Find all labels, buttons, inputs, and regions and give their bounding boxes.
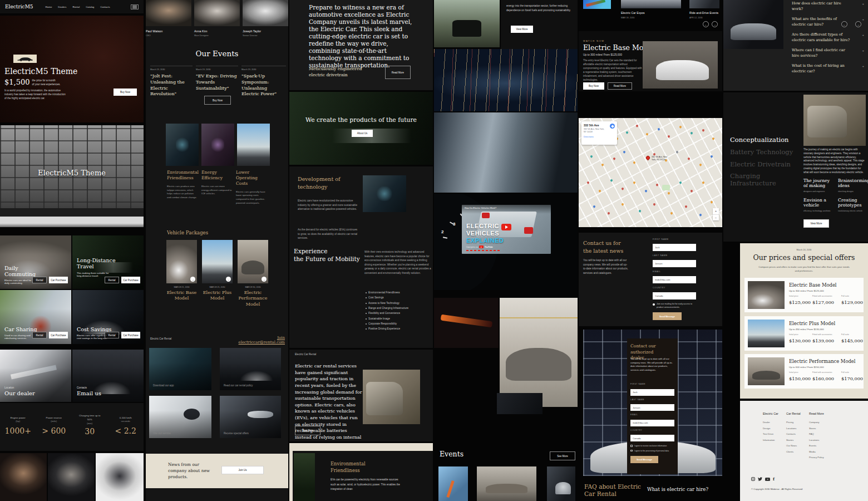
carousel-next-icon[interactable]: → [712, 21, 718, 27]
nav-contacts[interactable]: Contacts [100, 6, 110, 8]
footer-link[interactable]: Clients [786, 450, 808, 453]
faq-item[interactable]: How does electric car hire work? + [792, 1, 864, 12]
faq-item[interactable]: What are the benefits of electric car hi… [792, 17, 864, 27]
email-us-card[interactable]: Contacts Email us [72, 350, 144, 402]
event-photo[interactable] [477, 466, 536, 501]
faq-item[interactable]: What is the cost of hiring an electric c… [792, 63, 864, 74]
footer-link[interactable]: Locations [786, 427, 808, 430]
rental-tile[interactable]: Read our car rental policy [220, 348, 281, 390]
expand-plus-icon[interactable]: + [862, 49, 864, 52]
hero-buy-button[interactable]: Buy Now [114, 89, 137, 96]
footer-link[interactable]: Information [763, 439, 785, 441]
start-now-button[interactable]: Start Now [295, 426, 320, 435]
price-card[interactable]: Electric Plus Model Up to 450 miles/ Fro… [744, 316, 864, 351]
faq-item[interactable]: Where can I find electric car hire servi… [792, 48, 864, 58]
zoom-in-button[interactable]: + [713, 208, 719, 215]
price-card[interactable]: Electric Performance Model Up to 600 mil… [744, 354, 864, 389]
directions-icon[interactable] [610, 124, 615, 129]
dealer-location-card[interactable]: Location Our dealer [0, 350, 71, 402]
car-purchase-button[interactable]: Car Purchase [49, 277, 68, 283]
country-field[interactable] [653, 292, 696, 299]
footer-link[interactable]: Events [809, 444, 834, 447]
footer-link[interactable]: Stories [786, 439, 808, 441]
first-name-field[interactable] [630, 389, 674, 396]
youtube-icon[interactable] [765, 478, 770, 481]
footer-link[interactable]: Design [763, 427, 785, 430]
event-item[interactable]: March 19, 2030 "Jolt Fest: Unleashing th… [150, 66, 193, 97]
nav-dealers[interactable]: Dealers [58, 6, 66, 8]
footer-link[interactable]: Privacy Policy [809, 456, 834, 459]
use-case-card[interactable]: Car Sharing Used in car-sharing and ride… [0, 290, 71, 344]
footer-link[interactable]: Locations [809, 439, 834, 441]
footer-link[interactable]: Pricing [786, 421, 808, 424]
twitter-icon[interactable] [758, 477, 762, 481]
car-purchase-button[interactable]: Car Purchase [49, 332, 68, 338]
logo[interactable]: ElectricM5 [5, 4, 33, 9]
car-purchase-button[interactable]: Car Purchase [121, 277, 140, 283]
tab-charging-infrastructure[interactable]: Charging Infrastructure [730, 173, 797, 187]
expand-plus-icon[interactable]: + [862, 33, 864, 37]
rental-button[interactable]: Rental [105, 277, 119, 283]
youtube-embed[interactable]: How Do Electric Vehicles Work? ELECTRIC … [462, 205, 551, 254]
package-card[interactable]: → MARCH 30, 2030 Electric Performance Mo… [238, 240, 268, 307]
event-photo[interactable] [438, 466, 468, 501]
email-field[interactable] [653, 276, 696, 283]
use-case-card[interactable]: Daily Commuting Electric cars are ideal … [0, 235, 71, 289]
footer-link[interactable]: Contacts [786, 433, 808, 435]
car-purchase-button[interactable]: Car Purchase [121, 332, 140, 338]
footer-link[interactable]: Company [809, 421, 834, 424]
package-card[interactable]: → MARCH 21, 2030 Electric Base Model [166, 240, 197, 302]
send-message-button[interactable]: Send Message [630, 456, 658, 463]
tab-conceptualization[interactable]: Conceptualization [730, 136, 789, 144]
send-message-button[interactable]: Send Message [653, 312, 682, 320]
footer-link[interactable]: Stores [809, 427, 834, 430]
events-buy-button[interactable]: Buy Now [204, 96, 231, 105]
facebook-icon[interactable]: f [773, 477, 775, 482]
faq-short-question[interactable]: What is electric car hire? [647, 487, 708, 492]
package-arrow-icon[interactable]: → [262, 277, 267, 282]
watch-read-button[interactable]: Read More [608, 82, 632, 90]
nav-home[interactable]: Home [46, 6, 52, 8]
join-us-button[interactable]: Join Us [221, 466, 264, 474]
agree-data-checkbox-row[interactable]: I agree to the processing of personal da… [630, 450, 674, 453]
rental-button[interactable]: Rental [32, 277, 47, 283]
join-email-link[interactable]: Join electriccar@rental.com [235, 336, 285, 345]
checkbox-icon[interactable] [630, 445, 633, 447]
about-us-button[interactable]: About Us [352, 130, 373, 137]
footer-link[interactable]: Dealer [763, 421, 785, 424]
package-arrow-icon[interactable]: → [226, 277, 231, 282]
rental-tile[interactable]: Use our service [149, 396, 211, 438]
event-item[interactable]: March 19, 2030 "Spark-Up Symposium: Unle… [241, 66, 286, 97]
footer-link[interactable]: Media [809, 450, 834, 453]
nav-catalog[interactable]: Catalog [86, 6, 94, 8]
last-name-field[interactable] [630, 404, 674, 411]
watch-buy-button[interactable]: Buy Now [583, 82, 604, 90]
rental-button[interactable]: Rental [32, 332, 47, 338]
location-map[interactable]: 332 5th Ave, New York, NY 10118 332 5th … [579, 118, 722, 227]
checkbox-icon[interactable] [630, 450, 633, 452]
menu-hamburger-icon[interactable] [131, 4, 139, 9]
rental-tile[interactable]: Receive special offers [220, 396, 281, 438]
use-case-card[interactable]: Cost Savings Electric cars offer signifi… [72, 290, 144, 344]
see-more-button[interactable]: See More [550, 451, 575, 460]
event-photo[interactable] [547, 466, 575, 501]
expand-plus-icon[interactable]: + [862, 18, 864, 21]
agree-info-checkbox-row[interactable]: I agree to receive exclusive information [630, 445, 674, 448]
view-more-button[interactable]: View More [511, 26, 533, 33]
tab-electric-drivetrain[interactable]: Electric Drivetrain [730, 160, 791, 168]
tab-battery-technology[interactable]: Battery Technology [730, 148, 793, 156]
rental-tile[interactable]: Download our app [149, 348, 211, 390]
expo-card[interactable]: Ride-and-Drive Events APR 12, 2030 [689, 11, 718, 19]
expand-plus-icon[interactable]: + [862, 2, 864, 6]
last-name-field[interactable] [653, 260, 696, 267]
play-icon[interactable] [501, 224, 511, 230]
rental-button[interactable]: Rental [105, 332, 119, 338]
zoom-out-button[interactable]: − [713, 215, 719, 221]
checkbox-icon[interactable] [653, 303, 655, 306]
price-card[interactable]: Electric Base Model Up to 300 miles/ Fro… [744, 278, 864, 312]
nav-rental[interactable]: Rental [72, 6, 80, 8]
footer-link[interactable]: Our News [786, 444, 808, 447]
carousel-prev-icon[interactable]: ← [703, 21, 709, 27]
use-case-card[interactable]: Long-Distance Travel This making them su… [72, 235, 144, 289]
map-directions-link[interactable]: Directions [584, 135, 615, 138]
